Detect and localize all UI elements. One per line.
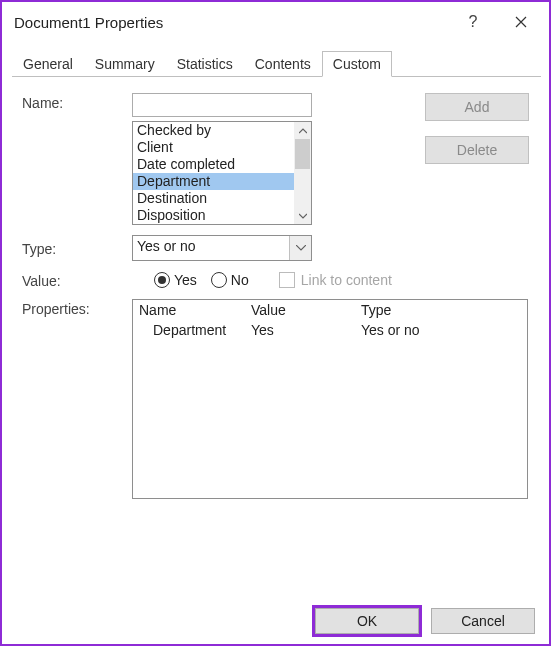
close-button[interactable]: [497, 6, 545, 38]
col-header-extra: [503, 302, 521, 318]
tab-panel-custom: Name: Checked by Client Date completed D…: [2, 77, 549, 519]
name-label: Name:: [22, 93, 132, 111]
value-radio-group: Yes No: [154, 272, 249, 288]
name-listbox[interactable]: Checked by Client Date completed Departm…: [132, 121, 312, 225]
cancel-button[interactable]: Cancel: [431, 608, 535, 634]
list-item[interactable]: Client: [133, 139, 294, 156]
properties-table[interactable]: Name Value Type Department Yes Yes or no: [132, 299, 528, 499]
value-radio-no[interactable]: No: [211, 272, 249, 288]
col-header-value[interactable]: Value: [251, 302, 361, 318]
add-button[interactable]: Add: [425, 93, 529, 121]
chevron-down-icon: [296, 245, 306, 251]
tab-summary[interactable]: Summary: [84, 51, 166, 77]
value-radio-yes[interactable]: Yes: [154, 272, 197, 288]
type-combo-value: Yes or no: [133, 236, 289, 260]
radio-icon: [211, 272, 227, 288]
type-combo[interactable]: Yes or no: [132, 235, 312, 261]
help-button[interactable]: ?: [449, 6, 497, 38]
scrollbar[interactable]: [294, 122, 311, 224]
properties-header-row: Name Value Type: [133, 300, 527, 320]
list-item[interactable]: Department: [133, 173, 294, 190]
delete-button[interactable]: Delete: [425, 136, 529, 164]
close-icon: [515, 16, 527, 28]
list-item[interactable]: Destination: [133, 190, 294, 207]
radio-label: Yes: [174, 272, 197, 288]
link-to-content-checkbox: [279, 272, 295, 288]
tab-general[interactable]: General: [12, 51, 84, 77]
radio-label: No: [231, 272, 249, 288]
ok-button[interactable]: OK: [315, 608, 419, 634]
scroll-up-icon[interactable]: [294, 122, 311, 139]
name-listbox-items: Checked by Client Date completed Departm…: [133, 122, 294, 224]
cell-type: Yes or no: [361, 322, 521, 338]
scroll-thumb[interactable]: [295, 139, 310, 169]
tab-strip: General Summary Statistics Contents Cust…: [12, 50, 541, 77]
list-item[interactable]: Checked by: [133, 122, 294, 139]
value-label: Value:: [22, 271, 132, 289]
properties-label: Properties:: [22, 299, 132, 317]
list-item[interactable]: Date completed: [133, 156, 294, 173]
list-item[interactable]: Disposition: [133, 207, 294, 224]
col-header-type[interactable]: Type: [361, 302, 503, 318]
cell-value: Yes: [251, 322, 361, 338]
col-header-name[interactable]: Name: [139, 302, 251, 318]
name-input[interactable]: [132, 93, 312, 117]
table-row[interactable]: Department Yes Yes or no: [133, 320, 527, 340]
scroll-down-icon[interactable]: [294, 207, 311, 224]
window-title: Document1 Properties: [14, 14, 449, 31]
tab-contents[interactable]: Contents: [244, 51, 322, 77]
link-to-content: Link to content: [279, 272, 392, 288]
link-to-content-label: Link to content: [301, 272, 392, 288]
dialog-footer: OK Cancel: [315, 608, 535, 634]
radio-icon: [154, 272, 170, 288]
titlebar: Document1 Properties ?: [2, 2, 549, 42]
cell-name: Department: [153, 322, 251, 338]
type-label: Type:: [22, 239, 132, 257]
tab-custom[interactable]: Custom: [322, 51, 392, 77]
tab-statistics[interactable]: Statistics: [166, 51, 244, 77]
type-combo-button[interactable]: [289, 236, 311, 260]
